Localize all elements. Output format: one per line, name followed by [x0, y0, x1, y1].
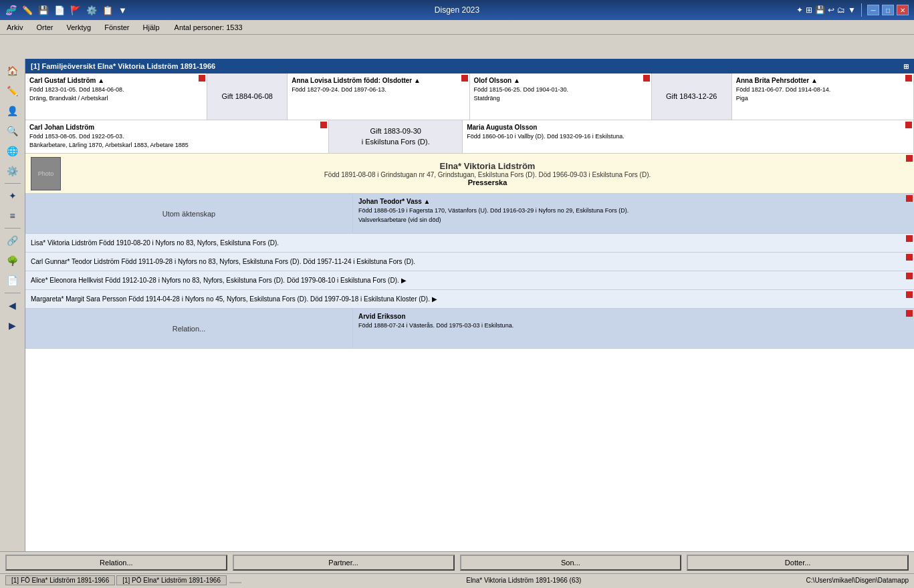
- status-left: Elna* Viktoria Lidström 1891-1966 (63): [466, 577, 581, 584]
- status-tab-1[interactable]: [1] FÖ Elna* Lidström 1891-1966: [5, 575, 115, 585]
- sidebar-btn-document[interactable]: 📄: [3, 271, 22, 290]
- paternal-grandfather-details: Född 1823-01-05. Död 1884-06-08. Dräng, …: [29, 86, 203, 102]
- menu-orter[interactable]: Orter: [32, 22, 57, 33]
- minimize-button[interactable]: ─: [867, 5, 879, 15]
- sidebar-btn-tree[interactable]: 🌳: [3, 251, 22, 270]
- relation1-partner[interactable]: Johan Teodor* Vass ▲ Född 1888-05-19 i F…: [353, 194, 914, 233]
- child-1-text: Lisa* Viktoria Lidström Född 1910-08-20 …: [31, 239, 279, 247]
- maternal-marriage: Gift 1843-12-26: [652, 74, 732, 120]
- red-marker-r1: [906, 195, 913, 202]
- toolbar-save[interactable]: 💾: [38, 5, 49, 15]
- main-person-occupation: Presserska: [66, 178, 909, 186]
- relation1-label: Utom äktenskap: [25, 194, 353, 233]
- sidebar-btn-person[interactable]: 👤: [3, 102, 22, 120]
- sidebar-btn-link[interactable]: 🔗: [3, 231, 22, 250]
- parents-marriage: Gift 1883-09-30 i Eskilstuna Fors (D).: [329, 120, 463, 153]
- family-header-title: [1] Familjeöversikt Elna* Viktoria Lidst…: [31, 62, 215, 70]
- main-person-row[interactable]: Photo Elna* Viktoria Lidström Född 1891-…: [25, 154, 914, 194]
- sidebar-btn-edit[interactable]: ✏️: [3, 82, 22, 100]
- relation2-row: Relation... Arvid Eriksson Född 1888-07-…: [25, 309, 914, 349]
- mother-name: Maria Augusta Olsson: [467, 123, 909, 132]
- relation2-partner-name: Arvid Eriksson: [358, 311, 909, 321]
- title-icon-grid[interactable]: ⊞: [806, 5, 812, 15]
- close-button[interactable]: ✕: [897, 5, 909, 15]
- maternal-marriage-date: Gift 1843-12-26: [666, 92, 717, 102]
- toolbar-settings[interactable]: ⚙️: [86, 5, 97, 15]
- relation2-partner[interactable]: Arvid Eriksson Född 1888-07-24 i Västerå…: [353, 309, 914, 348]
- toolbar-page[interactable]: 📄: [54, 5, 65, 15]
- paternal-grandmother-name: Anna Lovisa Lidström född: Olsdotter ▲: [292, 76, 465, 86]
- toolbar-flag[interactable]: 🚩: [70, 5, 81, 15]
- son-button[interactable]: Son...: [460, 555, 682, 571]
- sidebar-btn-forward[interactable]: ▶: [3, 316, 22, 335]
- maternal-grandfather-cell[interactable]: Olof Olsson ▲ Född 1815-06-25. Död 1904-…: [470, 74, 652, 120]
- parents-marriage-info: Gift 1883-09-30 i Eskilstuna Fors (D).: [362, 126, 430, 147]
- child-row-2[interactable]: Carl Gunnar* Teodor Lidström Född 1911-0…: [25, 253, 914, 271]
- status-tab-2[interactable]: [1] PÖ Elna* Lidström 1891-1966: [116, 575, 227, 585]
- maternal-grandmother-details: Född 1821-06-07. Död 1914-08-14. Piga: [736, 86, 909, 102]
- title-icon-undo[interactable]: ↩: [828, 5, 834, 15]
- maximize-button[interactable]: □: [882, 5, 894, 15]
- bottom-buttons: Relation... Partner... Son... Dotter...: [0, 552, 914, 573]
- red-marker-c3: [906, 273, 913, 279]
- toolbar-dropdown[interactable]: ▼: [118, 5, 127, 15]
- father-cell[interactable]: Carl Johan Lidström Född 1853-08-05. Död…: [25, 120, 329, 153]
- maternal-grandmother-cell[interactable]: Anna Brita Pehrsdotter ▲ Född 1821-06-07…: [732, 74, 914, 120]
- sidebar-btn-list[interactable]: ≡: [3, 206, 22, 225]
- daughter-button[interactable]: Dotter...: [687, 555, 909, 571]
- menu-fönster[interactable]: Fönster: [100, 22, 133, 33]
- wavy-line: ‚‚‚‚‚‚‚‚‚: [229, 577, 241, 584]
- paternal-marriage: Gift 1884-06-08: [207, 74, 288, 120]
- paternal-grandmother-cell[interactable]: Anna Lovisa Lidström född: Olsdotter ▲ F…: [288, 74, 469, 120]
- toolbar-list[interactable]: 📋: [102, 5, 113, 15]
- title-icon-save2[interactable]: 💾: [815, 5, 825, 15]
- child-row-3[interactable]: Alice* Eleonora Hellkvist Född 1912-10-2…: [25, 271, 914, 290]
- child-row-1[interactable]: Lisa* Viktoria Lidström Född 1910-08-20 …: [25, 234, 914, 253]
- grandparents-row: Carl Gustaf Lidström ▲ Född 1823-01-05. …: [25, 74, 914, 120]
- red-marker-pgm: [461, 75, 468, 82]
- red-marker-c4: [906, 291, 913, 298]
- paternal-grandmother-details: Född 1827-09-24. Död 1897-06-13.: [292, 86, 465, 94]
- sidebar-btn-back[interactable]: ◀: [3, 296, 22, 315]
- relation-button[interactable]: Relation...: [5, 555, 227, 571]
- status-tabs: [1] FÖ Elna* Lidström 1891-1966 [1] PÖ E…: [5, 575, 227, 585]
- sidebar-btn-home[interactable]: 🏠: [3, 61, 22, 80]
- relation1-partner-name: Johan Teodor* Vass ▲: [358, 196, 909, 206]
- red-marker-mgm: [905, 75, 912, 82]
- paternal-marriage-date: Gift 1884-06-08: [222, 92, 273, 102]
- partner-button[interactable]: Partner...: [233, 555, 455, 571]
- title-icon-move[interactable]: ✦: [796, 5, 803, 15]
- child-row-4[interactable]: Margareta* Margit Sara Persson Född 1914…: [25, 290, 914, 309]
- maternal-grandfather-details: Född 1815-06-25. Död 1904-01-30. Statdrä…: [474, 86, 647, 102]
- relation2-partner-details: Född 1888-07-24 i Västerås. Död 1975-03-…: [358, 321, 909, 331]
- relation1-partner-details: Född 1888-05-19 i Fagersta 170, Västanfo…: [358, 206, 909, 225]
- red-marker-mother: [905, 122, 912, 128]
- person-count: Antal personer: 1533: [175, 23, 243, 31]
- title-bar-left: 🧬 ✏️ 💾 📄 🚩 ⚙️ 📋 ▼: [5, 5, 127, 15]
- relation1-row: Utom äktenskap Johan Teodor* Vass ▲ Född…: [25, 194, 914, 234]
- toolbar-new[interactable]: ✏️: [22, 5, 33, 15]
- father-name: Carl Johan Lidström: [29, 123, 324, 132]
- red-marker-pgf: [199, 75, 205, 82]
- red-marker-father: [320, 122, 327, 128]
- red-marker-main: [906, 155, 913, 162]
- title-icon-dropdown[interactable]: ▼: [848, 5, 856, 15]
- sidebar-btn-search[interactable]: 🔍: [3, 122, 22, 140]
- father-details: Född 1853-08-05. Död 1922-05-03. Bänkarb…: [29, 132, 324, 149]
- paternal-grandfather-cell[interactable]: Carl Gustaf Lidström ▲ Född 1823-01-05. …: [25, 74, 207, 120]
- menu-arkiv[interactable]: Arkiv: [3, 22, 27, 33]
- menu-bar: Arkiv Orter Verktyg Fönster Hjälp Antal …: [0, 20, 914, 35]
- red-marker-mgf: [643, 75, 650, 82]
- menu-verktyg[interactable]: Verktyg: [63, 22, 96, 33]
- title-bar-right: ✦ ⊞ 💾 ↩ 🗂 ▼ ─ □ ✕: [796, 3, 909, 17]
- maternal-grandmother-name: Anna Brita Pehrsdotter ▲: [736, 76, 909, 86]
- status-right: C:\Users\mikael\Disgen\Datamapp: [806, 577, 909, 584]
- mother-details: Född 1860-06-10 i Vallby (D). Död 1932-0…: [467, 132, 909, 141]
- sidebar-btn-star[interactable]: ✦: [3, 186, 22, 205]
- menu-hjälp[interactable]: Hjälp: [139, 22, 164, 33]
- mother-cell[interactable]: Maria Augusta Olsson Född 1860-06-10 i V…: [463, 120, 914, 153]
- sidebar-btn-globe[interactable]: 🌐: [3, 142, 22, 160]
- child-4-text: Margareta* Margit Sara Persson Född 1914…: [31, 295, 437, 303]
- sidebar-btn-settings[interactable]: ⚙️: [3, 162, 22, 180]
- title-icon-folder[interactable]: 🗂: [837, 5, 845, 15]
